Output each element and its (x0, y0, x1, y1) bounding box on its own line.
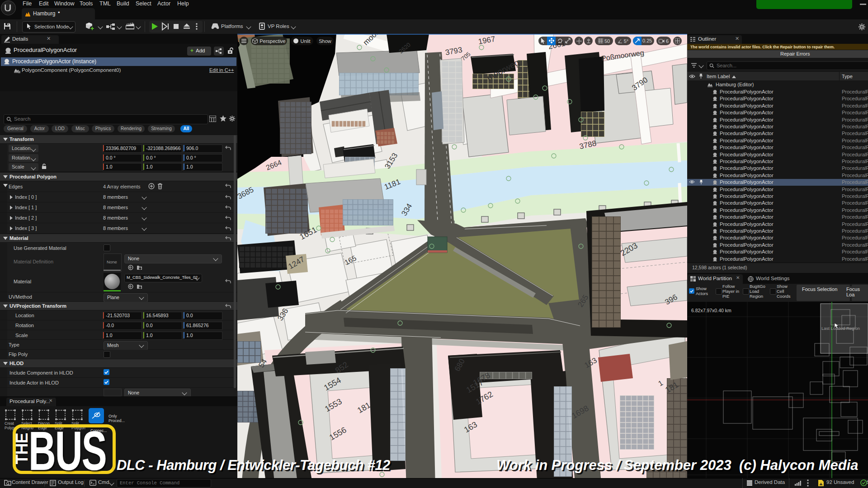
svg-text:Last Loaded Region: Last Loaded Region (821, 326, 860, 331)
